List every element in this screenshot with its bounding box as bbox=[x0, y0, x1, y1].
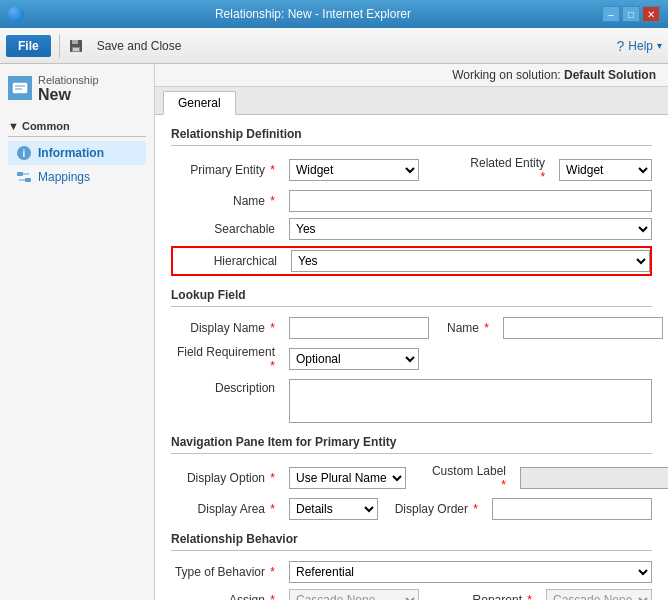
field-requirement-row: Field Requirement * Optional bbox=[171, 345, 652, 373]
primary-entity-select[interactable]: Widget bbox=[289, 159, 419, 181]
field-requirement-label: Field Requirement * bbox=[171, 345, 281, 373]
primary-entity-label: Primary Entity * bbox=[171, 163, 281, 177]
type-of-behavior-select[interactable]: Referential bbox=[289, 561, 652, 583]
hierarchical-label: Hierarchical bbox=[173, 254, 283, 268]
right-panel: Working on solution: Default Solution Ge… bbox=[155, 64, 668, 600]
hierarchical-row: Hierarchical Yes bbox=[173, 250, 650, 272]
section-relationship-definition: Relationship Definition bbox=[171, 127, 652, 146]
display-option-select[interactable]: Use Plural Name bbox=[289, 467, 406, 489]
close-button[interactable]: ✕ bbox=[642, 6, 660, 22]
primary-entity-required: * bbox=[270, 163, 275, 177]
sidebar-item-information[interactable]: i Information bbox=[8, 141, 146, 165]
save-close-button[interactable]: Save and Close bbox=[88, 35, 191, 57]
sidebar-item-mappings[interactable]: Mappings bbox=[8, 165, 146, 189]
section-relationship-behavior: Relationship Behavior bbox=[171, 532, 652, 551]
display-option-label: Display Option * bbox=[171, 471, 281, 485]
svg-rect-10 bbox=[25, 178, 31, 182]
toolbar: File Save and Close ? Help ▾ bbox=[0, 28, 668, 64]
svg-rect-4 bbox=[12, 82, 28, 94]
maximize-button[interactable]: □ bbox=[622, 6, 640, 22]
tab-general[interactable]: General bbox=[163, 91, 236, 115]
related-entity-required: * bbox=[540, 170, 545, 184]
minimize-button[interactable]: – bbox=[602, 6, 620, 22]
lookup-name-input[interactable]: new_ParentWidgetid bbox=[503, 317, 663, 339]
ie-icon bbox=[8, 6, 24, 22]
solution-bar: Working on solution: Default Solution bbox=[155, 64, 668, 87]
svg-rect-9 bbox=[17, 172, 23, 176]
display-area-label: Display Area * bbox=[171, 502, 281, 516]
type-of-behavior-label: Type of Behavior * bbox=[171, 565, 281, 579]
display-order-label: Display Order * bbox=[394, 502, 484, 516]
mappings-icon bbox=[16, 169, 32, 185]
svg-rect-3 bbox=[73, 48, 79, 51]
window-title: Relationship: New - Internet Explorer bbox=[24, 7, 602, 21]
sidebar-information-label: Information bbox=[38, 146, 104, 160]
main-container: Relationship New ▼ Common i Information … bbox=[0, 64, 668, 600]
entity-header: Relationship New bbox=[8, 74, 146, 104]
display-order-input[interactable]: 10,000 bbox=[492, 498, 652, 520]
related-entity-label: Related Entity * bbox=[461, 156, 551, 184]
name-input[interactable]: new_new_widget_new_widget bbox=[289, 190, 652, 212]
description-row: Description bbox=[171, 379, 652, 423]
reparent-select[interactable]: Cascade None bbox=[546, 589, 652, 600]
save-icon-area bbox=[68, 38, 84, 54]
file-button[interactable]: File bbox=[6, 35, 51, 57]
save-icon bbox=[68, 38, 84, 54]
field-requirement-select[interactable]: Optional bbox=[289, 348, 419, 370]
primary-entity-row: Primary Entity * Widget Related Entity *… bbox=[171, 156, 652, 184]
svg-text:i: i bbox=[23, 148, 26, 159]
display-area-row: Display Area * Details Display Order * 1… bbox=[171, 498, 652, 520]
lookup-display-name-input[interactable]: Parent Widget bbox=[289, 317, 429, 339]
nav-section-title: ▼ Common bbox=[8, 116, 146, 137]
assign-label: Assign * bbox=[171, 593, 281, 600]
hierarchical-highlighted-row: Hierarchical Yes bbox=[171, 246, 652, 276]
nav-triangle: ▼ bbox=[8, 120, 19, 132]
assign-reparent-row: Assign * Cascade None Reparent * Cascade… bbox=[171, 589, 652, 600]
lookup-display-name-label: Display Name * bbox=[171, 321, 281, 335]
display-option-row: Display Option * Use Plural Name Custom … bbox=[171, 464, 652, 492]
custom-label-label: Custom Label * bbox=[422, 464, 512, 492]
custom-label-input[interactable] bbox=[520, 467, 668, 489]
toolbar-separator bbox=[59, 34, 60, 58]
form-area: Relationship Definition Primary Entity *… bbox=[155, 115, 668, 600]
entity-label: Relationship bbox=[38, 74, 99, 86]
searchable-label: Searchable bbox=[171, 222, 281, 236]
name-label: Name * bbox=[171, 194, 281, 208]
help-arrow[interactable]: ▾ bbox=[657, 40, 662, 51]
help-icon: ? bbox=[617, 38, 625, 54]
entity-icon bbox=[8, 76, 32, 100]
info-icon: i bbox=[16, 145, 32, 161]
searchable-row: Searchable Yes bbox=[171, 218, 652, 240]
sidebar-mappings-label: Mappings bbox=[38, 170, 90, 184]
title-bar: Relationship: New - Internet Explorer – … bbox=[0, 0, 668, 28]
entity-name: New bbox=[38, 86, 99, 104]
solution-name: Default Solution bbox=[564, 68, 656, 82]
left-panel: Relationship New ▼ Common i Information … bbox=[0, 64, 155, 600]
related-entity-select[interactable]: Widget bbox=[559, 159, 652, 181]
lookup-display-name-row: Display Name * Parent Widget Name * new_… bbox=[171, 317, 652, 339]
type-of-behavior-row: Type of Behavior * Referential bbox=[171, 561, 652, 583]
searchable-select[interactable]: Yes bbox=[289, 218, 652, 240]
tab-bar: General bbox=[155, 87, 668, 115]
section-lookup-field: Lookup Field bbox=[171, 288, 652, 307]
display-area-select[interactable]: Details bbox=[289, 498, 378, 520]
reparent-label: Reparent * bbox=[448, 593, 538, 600]
svg-rect-1 bbox=[72, 40, 78, 44]
entity-info: Relationship New bbox=[38, 74, 99, 104]
help-label[interactable]: Help bbox=[628, 39, 653, 53]
window-controls[interactable]: – □ ✕ bbox=[602, 6, 660, 22]
hierarchical-select[interactable]: Yes bbox=[291, 250, 650, 272]
section-navigation-pane: Navigation Pane Item for Primary Entity bbox=[171, 435, 652, 454]
assign-select[interactable]: Cascade None bbox=[289, 589, 419, 600]
lookup-name-label: Name * bbox=[445, 321, 495, 335]
description-label: Description bbox=[171, 379, 281, 395]
toolbar-right: ? Help ▾ bbox=[617, 38, 662, 54]
name-row: Name * new_new_widget_new_widget bbox=[171, 190, 652, 212]
description-textarea[interactable] bbox=[289, 379, 652, 423]
